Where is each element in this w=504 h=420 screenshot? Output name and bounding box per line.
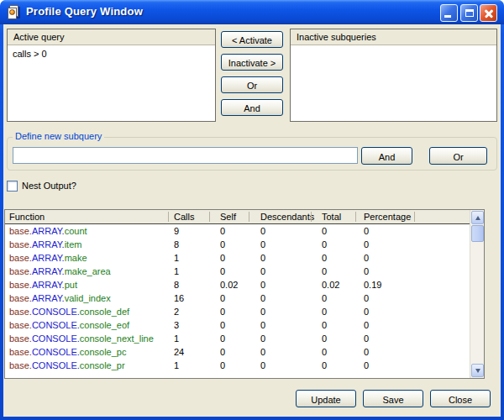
column-header-function[interactable]: Function — [9, 212, 45, 222]
function-feature: console_next_line — [80, 333, 154, 344]
descendants-cell: 0 — [260, 239, 265, 249]
table-row[interactable]: base.ARRAY.make 1 0 0 0 0 — [5, 252, 470, 265]
percentage-cell: 0 — [364, 320, 369, 330]
close-button[interactable] — [480, 4, 497, 22]
minimize-icon — [444, 15, 451, 18]
column-header-descendants[interactable]: Descendants — [260, 212, 314, 222]
function-feature: valid_index — [65, 293, 111, 303]
function-library: base. — [9, 253, 32, 263]
column-header-percentage[interactable]: Percentage — [364, 212, 411, 222]
descendants-cell: 0 — [260, 347, 265, 357]
column-divider[interactable] — [249, 212, 249, 222]
function-feature: console_eof — [80, 320, 129, 330]
descendants-cell: 0 — [260, 293, 265, 303]
function-feature: item — [65, 239, 82, 249]
inactive-subqueries-list[interactable] — [291, 46, 496, 121]
function-library: base. — [9, 360, 32, 370]
active-query-item[interactable]: calls > 0 — [8, 46, 215, 59]
function-cell: base.CONSOLE.console_def — [9, 307, 129, 317]
subquery-input[interactable] — [13, 147, 358, 164]
percentage-cell: 0 — [364, 266, 369, 276]
descendants-cell: 0 — [260, 307, 265, 317]
activate-button[interactable]: < Activate — [221, 31, 283, 48]
function-cell: base.CONSOLE.console_pr — [9, 360, 125, 370]
inactivate-button[interactable]: Inactivate > — [221, 54, 283, 71]
calls-cell: 8 — [174, 239, 179, 249]
update-button[interactable]: Update — [296, 390, 356, 407]
function-feature: make_area — [65, 266, 111, 276]
nest-output-checkbox[interactable] — [7, 181, 18, 192]
profile-results-grid: Function Calls Self Descendants Total Pe… — [4, 209, 485, 379]
function-cell: base.CONSOLE.console_next_line — [9, 333, 154, 344]
column-divider[interactable] — [311, 212, 312, 222]
close-dialog-button[interactable]: Close — [430, 390, 491, 407]
table-row[interactable]: base.CONSOLE.console_def 2 0 0 0 0 — [5, 306, 470, 319]
maximize-button[interactable] — [460, 4, 478, 22]
column-divider[interactable] — [414, 212, 415, 222]
table-row[interactable]: base.CONSOLE.console_pr 1 0 0 0 0 — [5, 360, 470, 373]
descendants-cell: 0 — [260, 333, 265, 344]
descendants-cell: 0 — [260, 266, 265, 276]
self-cell: 0 — [220, 266, 225, 276]
table-row[interactable]: base.ARRAY.put 8 0.02 0 0.02 0.19 — [5, 279, 470, 292]
self-cell: 0 — [220, 360, 225, 370]
inactive-subqueries-panel: Inactive subqueries — [290, 29, 497, 122]
percentage-cell: 0 — [364, 307, 369, 317]
function-cell: base.ARRAY.count — [9, 226, 87, 236]
column-header-total[interactable]: Total — [322, 212, 341, 222]
table-row[interactable]: base.CONSOLE.console_next_line 1 0 0 0 0 — [5, 333, 470, 346]
function-library: base. — [9, 307, 32, 317]
table-row[interactable]: base.CONSOLE.console_pc 24 0 0 0 0 — [5, 346, 470, 360]
active-query-header: Active query — [8, 29, 215, 45]
column-divider[interactable] — [209, 212, 210, 222]
scrollbar-thumb[interactable] — [471, 225, 484, 242]
subquery-and-button[interactable]: And — [361, 147, 412, 165]
calls-cell: 1 — [174, 253, 179, 263]
function-class: ARRAY. — [32, 293, 65, 303]
table-row[interactable]: base.CONSOLE.console_eof 3 0 0 0 0 — [5, 319, 470, 333]
active-query-list[interactable]: calls > 0 — [8, 46, 215, 121]
or-button[interactable]: Or — [221, 76, 283, 93]
titlebar[interactable]: Profile Query Window — [0, 0, 504, 24]
app-icon[interactable] — [7, 5, 20, 19]
function-class: ARRAY. — [32, 253, 65, 263]
percentage-cell: 0.19 — [364, 280, 381, 290]
table-row[interactable]: base.ARRAY.valid_index 16 0 0 0 0 — [5, 292, 470, 306]
table-row[interactable]: base.ARRAY.item 8 0 0 0 0 — [5, 239, 470, 252]
column-header-calls[interactable]: Calls — [174, 212, 194, 222]
calls-cell: 1 — [174, 333, 179, 344]
self-cell: 0 — [220, 253, 225, 263]
save-button[interactable]: Save — [363, 390, 423, 407]
and-button[interactable]: And — [221, 99, 283, 116]
descendants-cell: 0 — [260, 226, 265, 236]
self-cell: 0 — [220, 226, 225, 236]
vertical-scrollbar[interactable] — [470, 210, 484, 378]
scroll-up-button[interactable] — [471, 211, 484, 224]
descendants-cell: 0 — [260, 320, 265, 330]
percentage-cell: 0 — [364, 347, 369, 357]
arrow-down-icon — [475, 369, 480, 373]
grid-header: Function Calls Self Descendants Total Pe… — [5, 210, 484, 224]
total-cell: 0 — [322, 253, 327, 263]
column-header-self[interactable]: Self — [220, 212, 236, 222]
function-feature: console_pr — [80, 360, 125, 370]
column-divider[interactable] — [355, 212, 356, 222]
subquery-or-button[interactable]: Or — [429, 147, 487, 165]
descendants-cell: 0 — [260, 253, 265, 263]
percentage-cell: 0 — [364, 239, 369, 249]
scroll-down-button[interactable] — [471, 364, 484, 377]
table-row[interactable]: base.ARRAY.make_area 1 0 0 0 0 — [5, 265, 470, 279]
total-cell: 0 — [322, 266, 327, 276]
orange-dot-icon — [9, 9, 15, 15]
function-class: CONSOLE. — [32, 347, 80, 357]
table-row[interactable]: base.ARRAY.count 9 0 0 0 0 — [5, 225, 470, 239]
self-cell: 0 — [220, 239, 225, 249]
percentage-cell: 0 — [364, 253, 369, 263]
calls-cell: 1 — [174, 360, 179, 370]
grid-body[interactable]: base.ARRAY.count 9 0 0 0 0 base.ARRAY.it… — [5, 225, 470, 378]
calls-cell: 1 — [174, 266, 179, 276]
function-library: base. — [9, 333, 32, 344]
column-divider[interactable] — [168, 212, 169, 222]
function-feature: count — [65, 226, 87, 236]
minimize-button[interactable] — [440, 4, 458, 22]
